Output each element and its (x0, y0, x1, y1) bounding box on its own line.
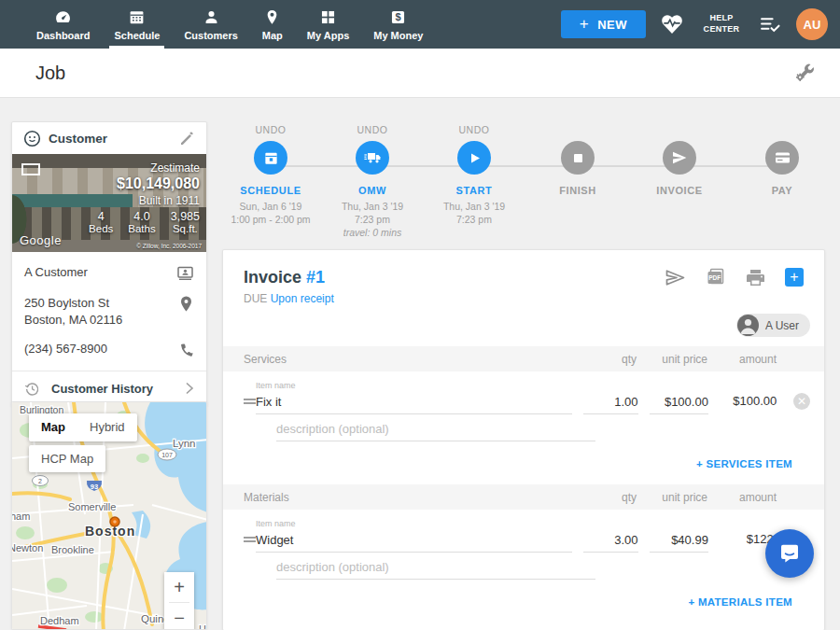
page-header: Job (0, 49, 840, 98)
section-name: Materials (244, 491, 570, 504)
services-section-header: Services qty unit price amount (223, 346, 824, 371)
invoice-title-text: Invoice (244, 268, 301, 287)
add-materials-item-link[interactable]: + MATERIALS ITEM (688, 596, 792, 608)
contact-info: A Customer 250 Boylston St Boston, MA 02… (12, 252, 206, 357)
assignee-pill[interactable]: A User (736, 314, 810, 337)
customer-history-row[interactable]: Customer History (12, 371, 206, 405)
materials-section-header: Materials qty unit price amount (223, 484, 824, 510)
finish-step-button[interactable] (561, 141, 595, 175)
undo-link[interactable]: UNDO (316, 124, 428, 136)
google-watermark: Google (20, 233, 62, 247)
customer-phone-row: (234) 567-8900 (24, 341, 194, 357)
pdf-icon[interactable]: PDF (706, 268, 726, 287)
customer-address: 250 Boylston St Boston, MA 02116 (24, 295, 122, 328)
svg-text:PDF: PDF (708, 274, 721, 281)
undo-link[interactable]: UNDO (215, 124, 327, 136)
send-invoice-icon[interactable] (665, 269, 686, 287)
zoom-in-button[interactable]: + (164, 572, 194, 602)
new-button[interactable]: + NEW (561, 10, 646, 38)
heart-pulse-icon[interactable] (660, 13, 684, 35)
pay-step-button[interactable] (765, 141, 799, 175)
description-input[interactable]: description (optional) (276, 558, 595, 580)
invoice-number[interactable]: #1 (306, 268, 325, 287)
map-type-hybrid-button[interactable]: Hybrid (77, 413, 137, 441)
due-value-link[interactable]: Upon receipt (271, 292, 334, 305)
map-type-map-button[interactable]: Map (29, 413, 77, 441)
truck-icon (364, 151, 382, 165)
timeline-step-schedule: UNDO SCHEDULE Sun, Jan 6 '19 1:00 pm - 2… (215, 124, 327, 226)
step-label: FINISH (522, 185, 634, 196)
nav-item-customers[interactable]: Customers (172, 0, 249, 49)
omw-step-button[interactable] (356, 141, 389, 175)
remove-item-button[interactable]: ✕ (793, 393, 810, 410)
zoom-out-button[interactable]: − (164, 603, 194, 630)
map-card[interactable]: Burlington Lynn Somerville ham Boston Ne… (11, 401, 207, 630)
step-time: 7:23 pm (316, 213, 428, 226)
credit-card-icon (775, 151, 791, 164)
qty-input[interactable]: 1.00 (583, 393, 637, 414)
service-item-row: Item name Fix it 1.00 $100.00 $100.00 ✕ (223, 371, 824, 414)
property-photo[interactable]: Zestimate $10,149,080 Built in 1911 4Bed… (12, 154, 206, 252)
item-name-block: Item name Widget (256, 519, 572, 553)
contact-card-icon[interactable] (176, 264, 194, 282)
schedule-step-button[interactable] (254, 141, 287, 175)
nav-item-map[interactable]: Map (250, 0, 295, 49)
unit-price-input[interactable]: $100.00 (650, 393, 708, 414)
step-label: OMW (316, 185, 428, 196)
help-center-link[interactable]: HELP CENTER (698, 13, 745, 35)
job-settings-icon[interactable] (793, 62, 816, 84)
chevron-right-icon (185, 382, 194, 395)
task-list-icon[interactable] (759, 15, 782, 34)
chat-launcher-button[interactable] (765, 529, 814, 578)
drag-handle[interactable] (244, 397, 256, 414)
nav-item-label: My Money (373, 30, 423, 41)
nav-item-schedule[interactable]: Schedule (102, 0, 172, 49)
apps-grid-icon (319, 8, 337, 26)
nav-item-label: Customers (184, 30, 237, 41)
description-input[interactable]: description (optional) (276, 420, 595, 441)
timeline-step-invoice: INVOICE (623, 124, 735, 200)
print-icon[interactable] (746, 269, 765, 287)
nav-item-label: My Apps (307, 30, 349, 41)
stat-beds: 4Beds (89, 210, 113, 234)
nav-item-my-money[interactable]: $ My Money (361, 0, 435, 49)
drag-handle[interactable] (244, 535, 256, 553)
invoice-step-button[interactable] (663, 141, 696, 175)
user-avatar[interactable]: AU (796, 8, 828, 40)
dashboard-icon (54, 8, 72, 26)
timeline-step-start: UNDO START Thu, Jan 3 '19 7:23 pm (418, 124, 530, 226)
location-pin-icon[interactable] (178, 295, 194, 313)
new-button-label: NEW (597, 18, 627, 32)
item-name-input[interactable]: Fix it (256, 393, 572, 414)
add-services-item-link[interactable]: + SERVICES ITEM (696, 458, 792, 469)
svg-text:Hi: Hi (199, 623, 207, 630)
start-step-button[interactable] (457, 141, 491, 175)
stat-baths: 4.0Baths (128, 210, 155, 234)
phone-icon[interactable] (177, 341, 194, 357)
send-plane-icon (672, 151, 687, 164)
invoice-card: Invoice #1 PDF + DUE Upon receipt A User… (222, 249, 825, 630)
qty-cell: 3.00 (572, 531, 637, 553)
add-invoice-item-button[interactable]: + (785, 268, 804, 287)
map-type-toggle: Map Hybrid (29, 413, 137, 441)
step-date: Thu, Jan 3 '19 (316, 200, 428, 213)
undo-placeholder (623, 124, 735, 136)
svg-text:Boston: Boston (85, 524, 135, 539)
customer-address-row: 250 Boylston St Boston, MA 02116 (24, 295, 194, 328)
qty-input[interactable]: 3.00 (583, 531, 637, 553)
hcp-map-button[interactable]: HCP Map (29, 445, 105, 472)
add-services-row: + SERVICES ITEM (223, 441, 824, 484)
undo-link[interactable]: UNDO (418, 124, 530, 136)
step-date: Sun, Jan 6 '19 (215, 200, 327, 213)
top-navigation: Dashboard Schedule Customers Map My Apps… (0, 0, 840, 49)
item-name-input[interactable]: Widget (256, 531, 572, 553)
unit-price-input[interactable]: $40.99 (650, 531, 708, 553)
step-time: 1:00 pm - 2:00 pm (215, 213, 327, 226)
customer-name-row: A Customer (24, 264, 194, 282)
calendar-icon (263, 150, 279, 166)
nav-item-my-apps[interactable]: My Apps (295, 0, 361, 49)
nav-item-dashboard[interactable]: Dashboard (24, 0, 102, 49)
job-location-pin (110, 517, 119, 526)
edit-pencil-icon[interactable] (179, 131, 195, 147)
unit-price-column-header: unit price (637, 491, 707, 504)
